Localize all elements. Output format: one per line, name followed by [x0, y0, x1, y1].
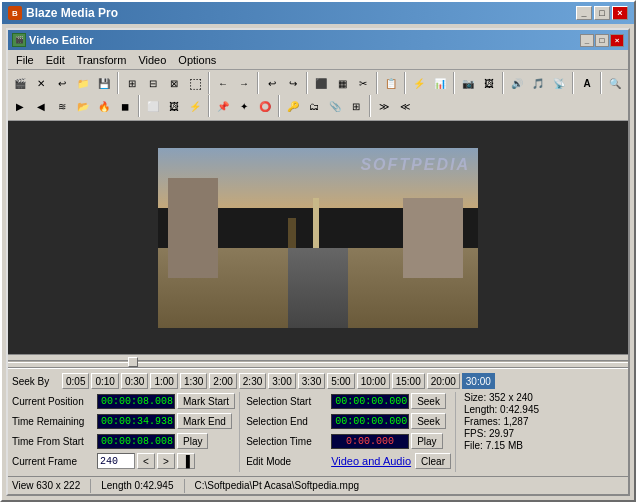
tb-text-btn[interactable]: A [577, 73, 597, 93]
tb-folder2-btn[interactable]: 📂 [73, 96, 93, 116]
seek-500-btn[interactable]: 5:00 [327, 373, 354, 389]
menu-options[interactable]: Options [172, 52, 222, 68]
selection-time-value: 0:00.000 [331, 434, 409, 449]
prev-frame-btn[interactable]: < [137, 453, 155, 469]
status-sep-1 [90, 479, 91, 493]
selection-end-label: Selection End [246, 416, 331, 427]
play-selection-btn[interactable]: Play [411, 433, 442, 449]
tb-nav-back-btn[interactable]: ← [213, 73, 233, 93]
tb-new-btn[interactable]: 🎬 [10, 73, 30, 93]
sep-21 [138, 95, 140, 117]
tb-fire-btn[interactable]: 🔥 [94, 96, 114, 116]
inner-maximize-btn[interactable]: □ [595, 34, 609, 47]
timeline-area[interactable] [8, 354, 628, 368]
tb-circle-btn[interactable]: ⭕ [255, 96, 275, 116]
tb-pin-btn[interactable]: 📌 [213, 96, 233, 116]
info-col: Size: 352 x 240 Length: 0:42.945 Frames:… [455, 392, 624, 472]
tb-undo2-btn[interactable]: ↩ [262, 73, 282, 93]
menu-file[interactable]: File [10, 52, 40, 68]
play-btn[interactable]: Play [177, 433, 208, 449]
next-frame-btn[interactable]: > [157, 453, 175, 469]
tb-slow-btn[interactable]: ≪ [395, 96, 415, 116]
seek-030-btn[interactable]: 0:30 [121, 373, 148, 389]
seek-start-btn[interactable]: Seek [411, 393, 446, 409]
tb-paste-btn[interactable]: 📋 [381, 73, 401, 93]
mark-end-btn[interactable]: Mark End [177, 413, 232, 429]
seek-300-btn[interactable]: 3:00 [268, 373, 295, 389]
tb-img-btn[interactable]: 🖼 [164, 96, 184, 116]
tb-fast-btn[interactable]: ≫ [374, 96, 394, 116]
controls-area: Seek By 0:05 0:10 0:30 1:00 1:30 2:00 2:… [8, 368, 628, 476]
tb-undo-btn[interactable]: ↩ [52, 73, 72, 93]
menu-transform[interactable]: Transform [71, 52, 133, 68]
sep-10 [600, 72, 602, 94]
outer-close-btn[interactable]: × [612, 6, 628, 20]
mark-start-btn[interactable]: Mark Start [177, 393, 235, 409]
tb-back-btn[interactable]: ⬚ [185, 73, 205, 93]
seek-200-btn[interactable]: 2:00 [209, 373, 236, 389]
outer-maximize-btn[interactable]: □ [594, 6, 610, 20]
tb-checker-btn[interactable]: ▦ [332, 73, 352, 93]
seek-100-btn[interactable]: 1:00 [150, 373, 177, 389]
seek-005-btn[interactable]: 0:05 [62, 373, 89, 389]
tb-clip-btn[interactable]: 📎 [325, 96, 345, 116]
info-length: Length: 0:42.945 [464, 404, 624, 415]
tb-white-btn[interactable]: ⬜ [143, 96, 163, 116]
tb-minus-btn[interactable]: ⊟ [143, 73, 163, 93]
tb-save-btn[interactable]: 💾 [94, 73, 114, 93]
menu-video[interactable]: Video [132, 52, 172, 68]
seek-2000-btn[interactable]: 20:00 [427, 373, 460, 389]
seek-010-btn[interactable]: 0:10 [91, 373, 118, 389]
tb-grid2-btn[interactable]: ⊞ [346, 96, 366, 116]
tb-rewind-btn[interactable]: ◀ [31, 96, 51, 116]
seek-130-btn[interactable]: 1:30 [180, 373, 207, 389]
seek-end-btn[interactable]: Seek [411, 413, 446, 429]
tb-chart-btn[interactable]: 📊 [430, 73, 450, 93]
inner-close-btn[interactable]: × [610, 34, 624, 47]
outer-minimize-btn[interactable]: _ [576, 6, 592, 20]
seek-slider[interactable]: ▐ [177, 453, 195, 469]
tb-bolt-btn[interactable]: ⚡ [185, 96, 205, 116]
edit-mode-label: Edit Mode [246, 456, 331, 467]
video-frame: SOFTPEDIA [158, 148, 478, 328]
tb-square-btn[interactable]: ◼ [115, 96, 135, 116]
scene-building-left [168, 178, 218, 278]
current-frame-input[interactable] [97, 453, 135, 469]
seek-3000-btn[interactable]: 30:00 [462, 373, 495, 389]
tb-key-btn[interactable]: 🔑 [283, 96, 303, 116]
tb-grid-btn[interactable]: ⊞ [122, 73, 142, 93]
sep-3 [257, 72, 259, 94]
tb-wave-btn[interactable]: ≋ [52, 96, 72, 116]
inner-titlebar-buttons: _ □ × [580, 34, 624, 47]
tb-cam-btn[interactable]: 📷 [458, 73, 478, 93]
outer-title: Blaze Media Pro [26, 6, 118, 20]
tb-files-btn[interactable]: 🗂 [304, 96, 324, 116]
menu-edit[interactable]: Edit [40, 52, 71, 68]
time-from-start-label: Time From Start [12, 436, 97, 447]
tb-music-btn[interactable]: 🎵 [528, 73, 548, 93]
tb-star-btn[interactable]: ✦ [234, 96, 254, 116]
clear-btn[interactable]: Clear [415, 453, 451, 469]
timeline-thumb[interactable] [128, 357, 138, 367]
tb-cross-btn[interactable]: ⊠ [164, 73, 184, 93]
tb-zoom-btn[interactable]: 🔍 [605, 73, 625, 93]
seek-230-btn[interactable]: 2:30 [239, 373, 266, 389]
tb-play-btn[interactable]: ▶ [10, 96, 30, 116]
seek-330-btn[interactable]: 3:30 [298, 373, 325, 389]
tb-cut-btn[interactable]: ✂ [353, 73, 373, 93]
tb-snap-btn[interactable]: 🖼 [479, 73, 499, 93]
tb-open-btn[interactable]: 📁 [73, 73, 93, 93]
tb-black-btn[interactable]: ⬛ [311, 73, 331, 93]
seek-1000-btn[interactable]: 10:00 [357, 373, 390, 389]
tb-export-btn[interactable]: ⚡ [409, 73, 429, 93]
seek-1500-btn[interactable]: 15:00 [392, 373, 425, 389]
inner-minimize-btn[interactable]: _ [580, 34, 594, 47]
tb-audio-btn[interactable]: 🔊 [507, 73, 527, 93]
tb-signal-btn[interactable]: 📡 [549, 73, 569, 93]
edit-mode-value[interactable]: Video and Audio [331, 455, 411, 467]
inner-app-icon: 🎬 [12, 33, 26, 47]
tb-close-btn[interactable]: ✕ [31, 73, 51, 93]
tb-nav-fwd-btn[interactable]: → [234, 73, 254, 93]
tb-redo-btn[interactable]: ↪ [283, 73, 303, 93]
current-frame-row: Current Frame < > ▐ [12, 452, 235, 470]
